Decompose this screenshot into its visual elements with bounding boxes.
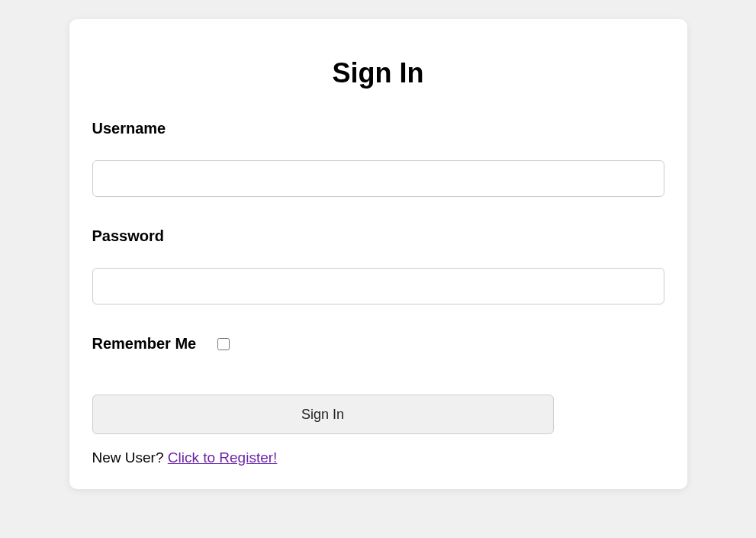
register-link[interactable]: Click to Register! xyxy=(168,449,278,466)
remember-row: Remember Me xyxy=(92,335,664,353)
username-group: Username xyxy=(92,120,664,197)
password-input[interactable] xyxy=(92,268,664,304)
password-label: Password xyxy=(92,227,664,245)
signin-button[interactable]: Sign In xyxy=(92,395,554,434)
remember-checkbox[interactable] xyxy=(217,338,230,350)
username-input[interactable] xyxy=(92,160,664,197)
remember-label: Remember Me xyxy=(92,335,197,353)
username-label: Username xyxy=(92,120,664,137)
signin-card: Sign In Username Password Remember Me Si… xyxy=(69,19,687,489)
password-group: Password xyxy=(92,227,664,304)
footer-text: New User? Click to Register! xyxy=(92,449,664,466)
new-user-text: New User? xyxy=(92,449,168,466)
page-title: Sign In xyxy=(92,57,664,89)
